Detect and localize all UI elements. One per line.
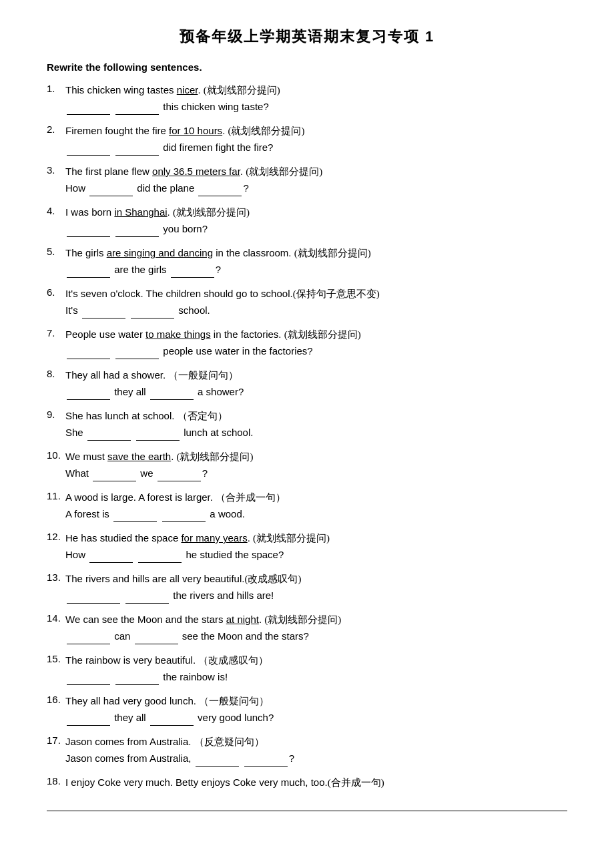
- instruction: （一般疑问句）: [168, 370, 238, 381]
- q-line2: It's school.: [65, 302, 567, 318]
- q-number: 12.: [47, 530, 65, 542]
- q-line1: People use water to make things in the f…: [65, 327, 567, 343]
- q-number: 18.: [47, 775, 65, 787]
- question-item: 9. She has lunch at school. （否定句） She lu…: [47, 408, 567, 446]
- q-content: They all had very good lunch. （一般疑问句） th…: [65, 693, 567, 731]
- q-content: We must save the earth. (就划线部分提问) What w…: [65, 449, 567, 487]
- q-line1: This chicken wing tastes nicer. (就划线部分提问…: [65, 82, 567, 98]
- blank: [136, 430, 180, 441]
- question-item: 5. The girls are singing and dancing in …: [47, 245, 567, 283]
- q-content: The rivers and hills are all very beauti…: [65, 571, 567, 609]
- q-line1: She has lunch at school. （否定句）: [65, 408, 567, 424]
- question-item: 10. We must save the earth. (就划线部分提问) Wh…: [47, 449, 567, 487]
- question-item: 16. They all had very good lunch. （一般疑问句…: [47, 693, 567, 731]
- q-line1: I was born in Shanghai. (就划线部分提问): [65, 204, 567, 220]
- q-line1: They all had a shower. （一般疑问句）: [65, 367, 567, 383]
- underlined-text: to make things: [145, 329, 211, 340]
- blank: [135, 634, 178, 644]
- instruction: （一般疑问句）: [199, 696, 269, 706]
- q-line1: It's seven o'clock. The children should …: [65, 286, 567, 302]
- blank: [82, 308, 125, 318]
- instruction: （否定句）: [178, 411, 228, 421]
- underlined-text: at night: [226, 614, 259, 625]
- instruction: (合并成一句): [328, 777, 384, 788]
- q-number: 2.: [47, 123, 65, 135]
- q-line1: I enjoy Coke very much. Betty enjoys Cok…: [65, 775, 567, 791]
- q-line1: They all had very good lunch. （一般疑问句）: [65, 693, 567, 709]
- blank: [150, 715, 194, 726]
- q-line2: you born?: [65, 221, 567, 237]
- page-title: 预备年级上学期英语期末复习专项 1: [47, 27, 567, 47]
- q-number: 14.: [47, 612, 65, 624]
- section-heading: Rewrite the following sentences.: [47, 61, 567, 73]
- blank: [131, 308, 174, 318]
- q-number: 6.: [47, 286, 65, 298]
- instruction: （合并成一句）: [216, 492, 286, 503]
- q-number: 5.: [47, 245, 65, 257]
- underlined-text: are singing and dancing: [107, 247, 213, 258]
- q-number: 9.: [47, 408, 65, 420]
- q-line2: How he studied the space?: [65, 547, 567, 563]
- q-content: I enjoy Coke very much. Betty enjoys Cok…: [65, 775, 567, 791]
- blank: [171, 267, 214, 278]
- q-content: They all had a shower. （一般疑问句） they all …: [65, 367, 567, 405]
- q-line2: the rainbow is!: [65, 669, 567, 685]
- blank: [67, 267, 110, 278]
- q-line1: A wood is large. A forest is larger. （合并…: [65, 489, 567, 505]
- q-number: 1.: [47, 82, 65, 94]
- blank: [115, 674, 159, 685]
- question-item: 4. I was born in Shanghai. (就划线部分提问) you…: [47, 204, 567, 242]
- instruction: （改成感叹句）: [198, 655, 268, 666]
- instruction: （反意疑问句）: [194, 736, 264, 747]
- instruction: (就划线部分提问): [253, 533, 330, 544]
- blank: [115, 349, 159, 359]
- blank: [67, 715, 110, 726]
- question-item: 7. People use water to make things in th…: [47, 327, 567, 365]
- blank: [67, 593, 120, 604]
- instruction: (就划线部分提问): [228, 126, 304, 136]
- q-content: He has studied the space for many years.…: [65, 530, 567, 568]
- question-item: 3. The first plane flew only 36.5 meters…: [47, 164, 567, 202]
- underlined-text: save the earth: [107, 451, 171, 462]
- question-item: 6. It's seven o'clock. The children shou…: [47, 286, 567, 324]
- q-line2: the rivers and hills are!: [65, 588, 567, 604]
- blank: [87, 430, 131, 441]
- questions-list: 1. This chicken wing tastes nicer. (就划线部…: [47, 82, 567, 791]
- q-line1: We can see the Moon and the stars at nig…: [65, 612, 567, 628]
- instruction: (就划线部分提问): [204, 85, 280, 95]
- q-content: We can see the Moon and the stars at nig…: [65, 612, 567, 650]
- q-line2: What we ?: [65, 465, 567, 481]
- q-number: 8.: [47, 367, 65, 379]
- q-line2: A forest is a wood.: [65, 506, 567, 522]
- blank: [67, 104, 110, 115]
- q-line2: they all a shower?: [65, 384, 567, 400]
- q-number: 4.: [47, 204, 65, 216]
- question-item: 18. I enjoy Coke very much. Betty enjoys…: [47, 775, 567, 791]
- q-content: A wood is large. A forest is larger. （合并…: [65, 489, 567, 527]
- q-line1: The girls are singing and dancing in the…: [65, 245, 567, 261]
- q-line2: How did the plane ?: [65, 180, 567, 196]
- blank: [89, 552, 133, 563]
- q-number: 3.: [47, 164, 65, 176]
- instruction: (就划线部分提问): [264, 614, 341, 625]
- q-number: 13.: [47, 571, 65, 583]
- q-content: This chicken wing tastes nicer. (就划线部分提问…: [65, 82, 567, 120]
- q-line2: can see the Moon and the stars?: [65, 628, 567, 644]
- blank: [150, 389, 194, 400]
- blank: [115, 145, 159, 156]
- question-item: 2. Firemen fought the fire for 10 hours.…: [47, 123, 567, 161]
- instruction: (就划线部分提问): [176, 451, 253, 462]
- q-line1: We must save the earth. (就划线部分提问): [65, 449, 567, 465]
- blank: [67, 674, 110, 685]
- underlined-text: only 36.5 meters far: [152, 166, 240, 177]
- q-content: The rainbow is very beautiful. （改成感叹句） t…: [65, 652, 567, 690]
- q-line1: Firemen fought the fire for 10 hours. (就…: [65, 123, 567, 139]
- question-item: 12. He has studied the space for many ye…: [47, 530, 567, 568]
- bottom-divider: [47, 811, 567, 811]
- blank: [93, 471, 136, 481]
- q-content: The girls are singing and dancing in the…: [65, 245, 567, 283]
- blank: [138, 552, 182, 563]
- instruction: (改成感叹句): [244, 574, 301, 584]
- question-item: 14. We can see the Moon and the stars at…: [47, 612, 567, 650]
- blank: [162, 511, 206, 522]
